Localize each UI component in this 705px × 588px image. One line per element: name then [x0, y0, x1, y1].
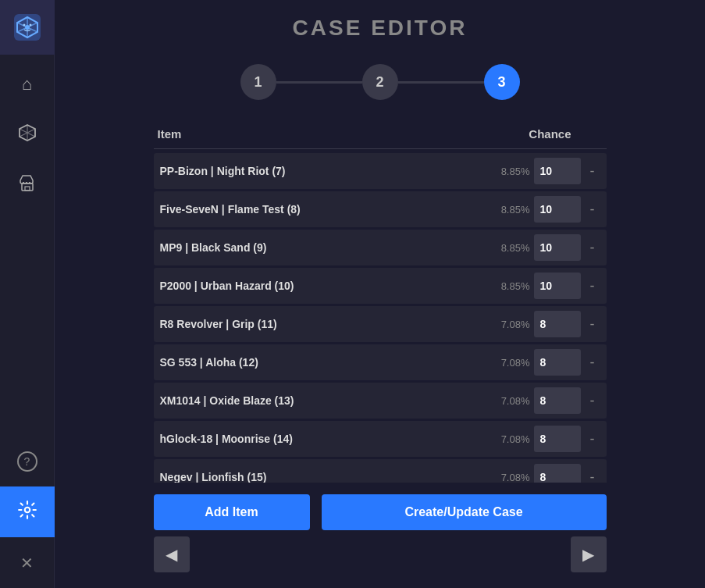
remove-item-icon[interactable]: -: [585, 201, 600, 218]
page-title: CASE EDITOR: [293, 16, 468, 41]
step-3[interactable]: 3: [484, 64, 520, 100]
chance-input[interactable]: [534, 464, 581, 483]
chance-input[interactable]: [534, 349, 581, 376]
svg-point-3: [29, 24, 31, 27]
item-name: Negev | Lionfish (15): [160, 471, 487, 483]
next-arrow-icon: ▶: [582, 545, 594, 564]
chance-percent: 8.85%: [487, 280, 530, 292]
add-item-button[interactable]: Add Item: [154, 494, 310, 530]
step-line-2: [398, 81, 484, 84]
prev-arrow-icon: ◀: [166, 545, 177, 564]
remove-item-icon[interactable]: -: [585, 163, 600, 180]
chance-percent: 8.85%: [487, 166, 530, 177]
chance-percent: 7.08%: [487, 433, 530, 445]
sidebar-item-cube[interactable]: [0, 109, 55, 160]
bottom-actions: Add Item Create/Update Case: [154, 494, 607, 530]
step-line-1: [276, 81, 362, 84]
cube-icon: [18, 123, 37, 147]
chance-input[interactable]: [534, 387, 581, 414]
logo[interactable]: [0, 0, 55, 55]
step-2[interactable]: 2: [362, 64, 398, 100]
table-row: XM1014 | Oxide Blaze (13) 7.08% -: [154, 383, 607, 419]
bottom-nav: ◀ ▶: [154, 536, 607, 572]
next-button[interactable]: ▶: [571, 536, 607, 572]
chance-input[interactable]: [534, 158, 581, 184]
item-name: SG 553 | Aloha (12): [160, 356, 487, 369]
create-update-case-button[interactable]: Create/Update Case: [322, 494, 607, 530]
table-header: Item Chance: [154, 127, 607, 149]
remove-item-icon[interactable]: -: [585, 240, 600, 256]
close-button[interactable]: ✕: [0, 537, 55, 588]
main-content: CASE EDITOR 1 2 3 Item Chance PP-Bizon |…: [55, 0, 705, 588]
remove-item-icon[interactable]: -: [585, 431, 600, 447]
chance-percent: 7.08%: [487, 357, 530, 369]
sidebar-item-home[interactable]: ⌂: [0, 59, 55, 109]
item-name: XM1014 | Oxide Blaze (13): [160, 394, 487, 407]
table-row: Five-SeveN | Flame Test (8) 8.85% -: [154, 191, 607, 227]
sidebar-item-settings[interactable]: [0, 486, 55, 537]
remove-item-icon[interactable]: -: [585, 393, 600, 409]
chance-input[interactable]: [534, 311, 581, 337]
item-name: PP-Bizon | Night Riot (7): [160, 165, 487, 177]
table-row: SG 553 | Aloha (12) 7.08% -: [154, 344, 607, 380]
sidebar-item-help[interactable]: ?: [0, 436, 55, 486]
header-item: Item: [158, 127, 182, 141]
remove-item-icon[interactable]: -: [585, 469, 600, 483]
items-table: Item Chance PP-Bizon | Night Riot (7) 8.…: [154, 127, 607, 483]
chance-percent: 8.85%: [487, 204, 530, 216]
item-name: MP9 | Black Sand (9): [160, 241, 487, 254]
table-row: PP-Bizon | Night Riot (7) 8.85% -: [154, 153, 607, 189]
table-row: MP9 | Black Sand (9) 8.85% -: [154, 230, 607, 265]
table-row: Negev | Lionfish (15) 7.08% -: [154, 459, 607, 483]
remove-item-icon[interactable]: -: [585, 316, 600, 333]
chance-percent: 7.08%: [487, 319, 530, 330]
remove-item-icon[interactable]: -: [585, 278, 600, 294]
header-chance: Chance: [529, 127, 571, 141]
chance-input[interactable]: [534, 273, 581, 299]
item-name: R8 Revolver | Grip (11): [160, 318, 487, 330]
item-name: Five-SeveN | Flame Test (8): [160, 203, 487, 216]
help-icon: ?: [17, 451, 37, 472]
sidebar-item-shop[interactable]: [0, 160, 55, 211]
remove-item-icon[interactable]: -: [585, 355, 600, 371]
chance-input[interactable]: [534, 196, 581, 223]
step-1[interactable]: 1: [240, 64, 276, 100]
chance-percent: 8.85%: [487, 242, 530, 254]
table-row: P2000 | Urban Hazard (10) 8.85% -: [154, 268, 607, 304]
svg-point-2: [23, 24, 25, 27]
chance-percent: 7.08%: [487, 395, 530, 407]
table-row: R8 Revolver | Grip (11) 7.08% -: [154, 306, 607, 342]
home-icon: ⌂: [22, 74, 32, 94]
item-name: hGlock-18 | Moonrise (14): [160, 433, 487, 445]
item-name: P2000 | Urban Hazard (10): [160, 280, 487, 292]
table-row: hGlock-18 | Moonrise (14) 7.08% -: [154, 421, 607, 457]
settings-icon: [17, 500, 37, 525]
chance-input[interactable]: [534, 234, 581, 261]
chance-input[interactable]: [534, 426, 581, 452]
chance-percent: 7.08%: [487, 472, 530, 483]
stepper: 1 2 3: [240, 64, 520, 100]
sidebar: ⌂ ? ✕: [0, 0, 55, 588]
svg-point-1: [25, 25, 30, 30]
prev-button[interactable]: ◀: [154, 536, 190, 572]
close-icon: ✕: [20, 554, 34, 572]
svg-point-6: [24, 507, 30, 512]
table-scroll[interactable]: PP-Bizon | Night Riot (7) 8.85% - Five-S…: [154, 153, 607, 483]
shop-icon: [18, 174, 37, 198]
